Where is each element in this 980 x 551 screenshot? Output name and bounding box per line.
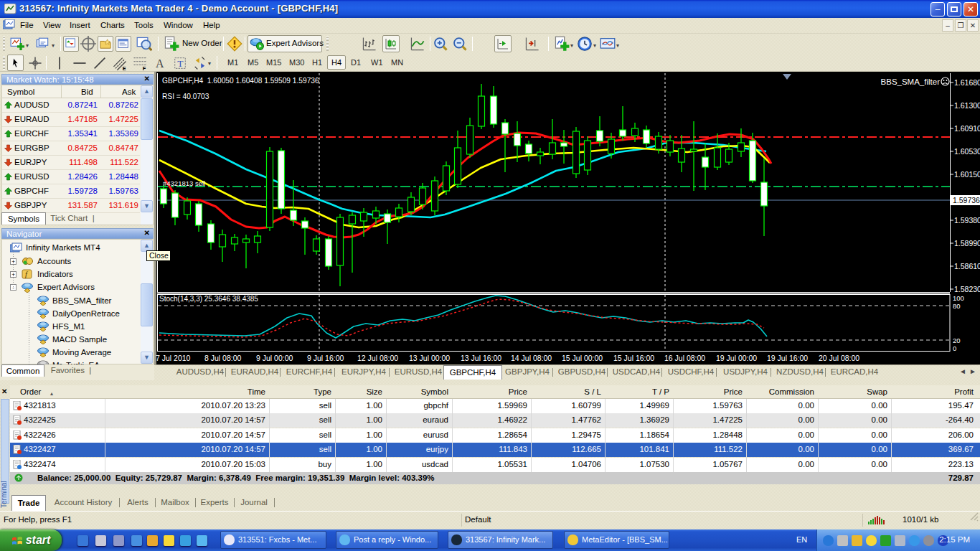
svg-text:7 Jul 2010: 7 Jul 2010 xyxy=(156,354,191,362)
svg-text:100: 100 xyxy=(953,294,964,302)
svg-text:A: A xyxy=(156,57,164,70)
svg-text:0: 0 xyxy=(953,344,956,352)
svg-text:F: F xyxy=(143,65,146,71)
svg-text:1.59736: 1.59736 xyxy=(953,196,980,204)
svg-text:1.58990: 1.58990 xyxy=(954,239,980,248)
svg-text:80: 80 xyxy=(953,302,961,310)
svg-text:T: T xyxy=(177,58,183,69)
svg-text:1.61300: 1.61300 xyxy=(954,101,980,110)
svg-text:14 Jul 08:00: 14 Jul 08:00 xyxy=(511,354,552,362)
svg-text:1.59380: 1.59380 xyxy=(954,216,980,225)
svg-text:15 Jul 00:00: 15 Jul 00:00 xyxy=(562,354,603,362)
svg-text:13 Jul 00:00: 13 Jul 00:00 xyxy=(409,354,450,362)
svg-text:12 Jul 08:00: 12 Jul 08:00 xyxy=(357,354,398,362)
svg-text:15 Jul 16:00: 15 Jul 16:00 xyxy=(613,354,654,362)
svg-text:20: 20 xyxy=(953,336,961,344)
svg-text:9 Jul 16:00: 9 Jul 16:00 xyxy=(307,354,344,362)
svg-text:E: E xyxy=(123,65,126,71)
svg-text:1.58610: 1.58610 xyxy=(954,262,980,270)
svg-text:1.60530: 1.60530 xyxy=(954,147,980,156)
svg-text:BBS_SMA_filter: BBS_SMA_filter xyxy=(881,77,941,86)
svg-text:Stoch(14,3,3) 25.3646 38.4385: Stoch(14,3,3) 25.3646 38.4385 xyxy=(159,295,258,303)
svg-text:#4321813 sell: #4321813 sell xyxy=(163,179,205,187)
svg-text:1.61680: 1.61680 xyxy=(954,78,980,87)
svg-text:19 Jul 16:00: 19 Jul 16:00 xyxy=(767,354,808,362)
svg-text:8 Jul 08:00: 8 Jul 08:00 xyxy=(204,354,242,362)
svg-text:RSI = 40.0703: RSI = 40.0703 xyxy=(162,93,209,100)
svg-text:19 Jul 00:00: 19 Jul 00:00 xyxy=(716,354,757,362)
svg-text:20 Jul 08:00: 20 Jul 08:00 xyxy=(819,354,859,362)
svg-text:9 Jul 00:00: 9 Jul 00:00 xyxy=(256,354,293,362)
svg-text:13 Jul 16:00: 13 Jul 16:00 xyxy=(461,354,501,362)
svg-text:16 Jul 08:00: 16 Jul 08:00 xyxy=(664,354,705,362)
svg-text:1.60910: 1.60910 xyxy=(954,124,980,133)
svg-text:GBPCHF,H4 1.60050 1.60408 1.5: GBPCHF,H4 1.60050 1.60408 1.59509 1.5973… xyxy=(162,77,319,85)
svg-text:1.58230: 1.58230 xyxy=(954,285,980,293)
svg-text:1.60150: 1.60150 xyxy=(954,170,980,179)
